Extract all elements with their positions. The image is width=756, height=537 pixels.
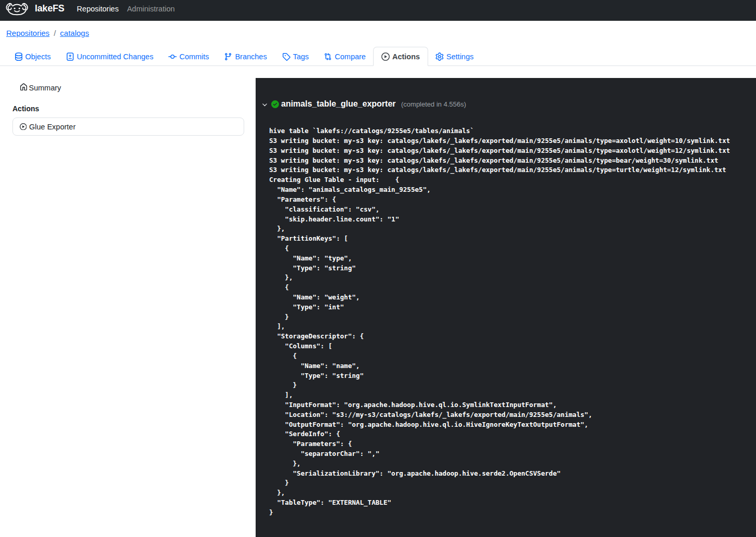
check-circle-icon (271, 100, 279, 110)
play-circle-icon (20, 123, 27, 130)
breadcrumb: Repositories/catalogs (6, 27, 89, 40)
home-icon (20, 83, 28, 91)
breadcrumb-link-repositories[interactable]: Repositories (6, 27, 49, 40)
tab-label: Tags (293, 53, 309, 61)
sidebar-summary-label: Summary (29, 84, 61, 92)
action-item-glue-exporter[interactable]: Glue Exporter (12, 117, 245, 136)
brand-title: lakeFS (35, 3, 64, 14)
breadcrumb-separator: / (49, 27, 60, 40)
tab-label: Commits (179, 53, 209, 61)
git-compare-icon (324, 53, 332, 61)
sidebar-item-summary[interactable]: Summary (12, 79, 244, 97)
gear-icon (435, 53, 444, 61)
tab-tags[interactable]: Tags (274, 47, 316, 66)
chevron-down-icon (261, 101, 268, 108)
tab-compare[interactable]: Compare (316, 47, 374, 66)
tab-label: Uncommitted Changes (77, 53, 154, 61)
git-branch-icon (224, 53, 232, 61)
play-circle-icon (381, 53, 390, 61)
top-navbar: lakeFS RepositoriesAdministration (0, 0, 756, 21)
tab-label: Objects (25, 53, 51, 61)
tab-uncommitted-changes[interactable]: Uncommitted Changes (58, 47, 161, 66)
navbar-links: RepositoriesAdministration (73, 5, 179, 13)
tab-label: Compare (335, 53, 366, 61)
actions-section-title: Actions (12, 103, 39, 114)
database-icon (15, 53, 23, 61)
hook-run-title: animals_table_glue_exporter (281, 99, 396, 109)
tab-settings[interactable]: Settings (428, 47, 481, 66)
tag-icon (282, 53, 290, 61)
breadcrumb-link-catalogs[interactable]: catalogs (60, 27, 89, 40)
chevron-down-icon[interactable] (261, 101, 268, 110)
tab-label: Settings (446, 53, 473, 61)
tab-branches[interactable]: Branches (217, 47, 274, 66)
lakefs-axolotl-logo (5, 2, 29, 16)
tab-label: Branches (235, 53, 267, 61)
action-item-label: Glue Exporter (29, 123, 75, 131)
tab-actions[interactable]: Actions (373, 47, 428, 66)
navbar-item-administration[interactable]: Administration (123, 5, 179, 13)
repository-tabs: ObjectsUncommitted ChangesCommitsBranche… (7, 47, 481, 66)
hook-run-log: hive table `lakefs://catalogs/9255e5/tab… (269, 126, 730, 518)
tab-objects[interactable]: Objects (7, 47, 58, 66)
action-run-panel: animals_table_glue_exporter (completed i… (256, 78, 756, 537)
home-icon (20, 83, 28, 93)
tab-commits[interactable]: Commits (161, 47, 217, 66)
check-circle-icon (271, 100, 279, 108)
navbar-item-repositories[interactable]: Repositories (73, 5, 123, 13)
hook-run-duration: (completed in 4.556s) (401, 99, 466, 110)
tab-label: Actions (392, 53, 420, 61)
git-commit-icon (168, 53, 177, 61)
file-diff-icon (66, 53, 74, 61)
